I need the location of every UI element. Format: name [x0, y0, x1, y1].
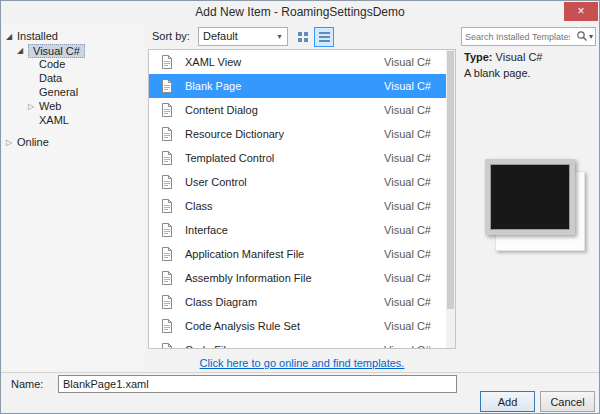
template-item-class-diagram[interactable]: Class DiagramVisual C# — [149, 290, 455, 314]
online-templates-link-row: Click here to go online and find templat… — [148, 353, 456, 371]
template-preview — [485, 159, 589, 255]
tree-item-label: Web — [39, 100, 61, 113]
selected-category-highlight: Visual C# — [28, 44, 85, 58]
code-analysis-rule-set-icon — [159, 318, 175, 334]
template-language: Visual C# — [384, 128, 431, 140]
template-language: Visual C# — [384, 224, 431, 236]
templated-control-icon — [159, 150, 175, 166]
template-item-code-analysis-rule-set[interactable]: Code Analysis Rule SetVisual C# — [149, 314, 455, 338]
chevron-down-icon[interactable]: ▾ — [589, 32, 593, 41]
template-item-class[interactable]: ClassVisual C# — [149, 194, 455, 218]
tree-item-label: Online — [17, 136, 49, 149]
template-item-xaml-view[interactable]: XAML ViewVisual C# — [149, 50, 455, 74]
sort-by-label: Sort by: — [152, 30, 190, 42]
class-icon — [159, 198, 175, 214]
template-language: Visual C# — [384, 320, 431, 332]
template-item-resource-dictionary[interactable]: Resource DictionaryVisual C# — [149, 122, 455, 146]
tree-item-web[interactable]: ▷Web — [6, 100, 143, 113]
tree-item-label: Installed — [17, 30, 58, 43]
template-language: Visual C# — [384, 80, 431, 92]
template-item-templated-control[interactable]: Templated ControlVisual C# — [149, 146, 455, 170]
xaml-view-icon — [159, 54, 175, 70]
class-diagram-icon — [159, 294, 175, 310]
assembly-information-file-icon — [159, 270, 175, 286]
template-language: Visual C# — [384, 272, 431, 284]
tree-item-installed[interactable]: ◢ Installed — [6, 30, 143, 43]
template-item-user-control[interactable]: User ControlVisual C# — [149, 170, 455, 194]
list-view-icon — [319, 32, 330, 34]
template-list: XAML ViewVisual C#Blank PageVisual C#Con… — [148, 49, 456, 349]
template-type-line: Type: Visual C# — [464, 51, 542, 63]
template-name: Assembly Information File — [185, 272, 384, 284]
template-language: Visual C# — [384, 56, 431, 68]
expanded-arrow-icon[interactable]: ◢ — [6, 30, 17, 43]
add-new-item-dialog: Add New Item - RoamingSettingsDemo × ◢ I… — [0, 0, 600, 414]
template-language: Visual C# — [384, 248, 431, 260]
template-language: Visual C# — [384, 344, 431, 349]
type-value: Visual C# — [496, 51, 543, 63]
close-icon: × — [577, 4, 584, 18]
template-item-application-manifest-file[interactable]: Application Manifest FileVisual C# — [149, 242, 455, 266]
search-box: ▾ — [461, 27, 596, 46]
item-name-input[interactable] — [58, 375, 457, 393]
search-icons: ▾ — [576, 30, 593, 42]
tree-item-visual-csharp[interactable]: ◢ Visual C# — [6, 44, 143, 57]
tree-item-data[interactable]: Data — [6, 72, 143, 85]
template-item-interface[interactable]: InterfaceVisual C# — [149, 218, 455, 242]
grid-view-icon — [298, 32, 302, 36]
template-item-blank-page[interactable]: Blank PageVisual C# — [149, 74, 455, 98]
sort-dropdown[interactable]: Default ▾ — [198, 27, 288, 46]
cancel-button[interactable]: Cancel — [540, 391, 595, 412]
tree-item-label: Data — [39, 72, 62, 85]
scrollbar-thumb[interactable] — [447, 51, 454, 309]
template-item-code-file[interactable]: Code FileVisual C# — [149, 338, 455, 349]
template-name: User Control — [185, 176, 384, 188]
template-language: Visual C# — [384, 200, 431, 212]
template-name: Class — [185, 200, 384, 212]
preview-thumbnail — [490, 164, 570, 230]
template-name: Interface — [185, 224, 384, 236]
name-label: Name: — [11, 378, 43, 390]
template-name: Templated Control — [185, 152, 384, 164]
tree-item-label: XAML — [39, 114, 69, 127]
footer-separator — [1, 372, 599, 373]
add-button[interactable]: Add — [480, 391, 535, 412]
dialog-title: Add New Item - RoamingSettingsDemo — [195, 5, 404, 19]
expanded-arrow-icon[interactable]: ◢ — [17, 44, 28, 57]
collapsed-arrow-icon[interactable]: ▷ — [28, 100, 39, 113]
tree-item-xaml[interactable]: XAML — [6, 114, 143, 127]
resource-dictionary-icon — [159, 126, 175, 142]
code-file-icon — [159, 342, 175, 349]
category-tree: ◢ Installed ◢ Visual C# CodeDataGeneral▷… — [6, 30, 143, 150]
chevron-down-icon: ▾ — [272, 28, 287, 45]
template-name: Application Manifest File — [185, 248, 384, 260]
tree-item-label: General — [39, 86, 78, 99]
template-name: Code Analysis Rule Set — [185, 320, 384, 332]
template-item-content-dialog[interactable]: Content DialogVisual C# — [149, 98, 455, 122]
template-name: Resource Dictionary — [185, 128, 384, 140]
type-label: Type: — [464, 51, 493, 63]
online-templates-link[interactable]: Click here to go online and find templat… — [200, 357, 405, 369]
close-button[interactable]: × — [564, 2, 598, 21]
tree-item-online[interactable]: ▷ Online — [6, 136, 143, 149]
template-language: Visual C# — [384, 152, 431, 164]
template-language: Visual C# — [384, 104, 431, 116]
tree-item-label: Code — [39, 58, 65, 71]
user-control-icon — [159, 174, 175, 190]
collapsed-arrow-icon[interactable]: ▷ — [6, 136, 17, 149]
scrollbar[interactable] — [446, 50, 455, 348]
template-item-assembly-information-file[interactable]: Assembly Information FileVisual C# — [149, 266, 455, 290]
tree-item-general[interactable]: General — [6, 86, 143, 99]
category-panel: ◢ Installed ◢ Visual C# CodeDataGeneral▷… — [2, 24, 145, 370]
medium-icons-view-button[interactable] — [293, 27, 313, 47]
template-description: A blank page. — [464, 67, 531, 79]
template-language: Visual C# — [384, 176, 431, 188]
tree-item-code[interactable]: Code — [6, 58, 143, 71]
search-icon[interactable] — [576, 30, 588, 42]
tree-children: CodeDataGeneral▷WebXAML — [6, 58, 143, 127]
small-icons-view-button[interactable] — [314, 27, 334, 47]
template-name: Content Dialog — [185, 104, 384, 116]
search-input[interactable] — [462, 28, 570, 45]
application-manifest-file-icon — [159, 246, 175, 262]
template-name: Class Diagram — [185, 296, 384, 308]
